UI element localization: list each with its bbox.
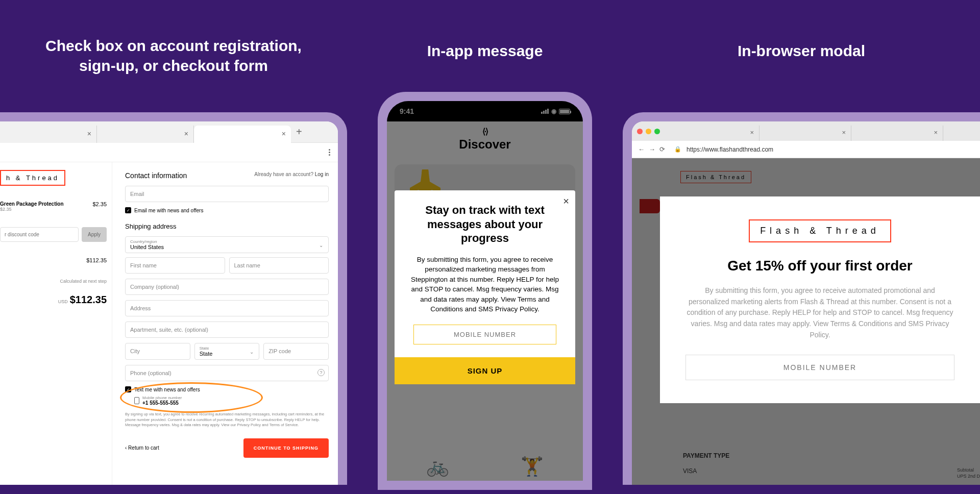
browser-tab[interactable]: × bbox=[851, 126, 943, 141]
checkbox-checked-icon: ✓ bbox=[125, 386, 131, 392]
browser-tabs: × × × + bbox=[0, 121, 338, 143]
browser-tab[interactable]: × bbox=[668, 126, 760, 141]
product-sub: $2.35 bbox=[0, 207, 64, 212]
zip-field[interactable]: ZIP code bbox=[263, 343, 329, 360]
browser-tab[interactable]: × bbox=[97, 126, 194, 143]
browser-toolbar bbox=[0, 143, 338, 162]
discount-input[interactable] bbox=[0, 227, 79, 242]
close-icon[interactable]: × bbox=[563, 195, 569, 207]
email-field[interactable]: Email bbox=[125, 186, 329, 202]
city-field[interactable]: City bbox=[125, 343, 190, 360]
text-offers-checkbox[interactable]: ✓Text me with news and offers bbox=[125, 386, 329, 392]
mobile-number-input[interactable] bbox=[685, 355, 954, 380]
apply-button[interactable]: Apply bbox=[82, 227, 107, 242]
signup-button[interactable]: SIGN UP bbox=[395, 357, 575, 384]
country-select[interactable]: Country/regionUnited States⌄ bbox=[125, 236, 329, 253]
shipping-heading: Shipping address bbox=[125, 223, 329, 230]
product-name: Green Package Protection bbox=[0, 201, 64, 207]
browser-screen: × × × ←→⟳ 🔒 https://www.flashandthread.c… bbox=[632, 121, 980, 485]
subtotal-value: $112.35 bbox=[86, 257, 107, 263]
browser-tabs: × × × bbox=[632, 121, 980, 141]
tablet-frame-3: × × × ←→⟳ 🔒 https://www.flashandthread.c… bbox=[623, 112, 980, 485]
modal-title: Stay on track with text messages about y… bbox=[407, 203, 562, 245]
close-icon[interactable]: × bbox=[750, 129, 754, 136]
login-link[interactable]: Log in bbox=[315, 171, 329, 177]
close-window-icon[interactable] bbox=[637, 129, 643, 134]
apartment-field[interactable]: Apartment, suite, etc. (optional) bbox=[125, 322, 329, 338]
close-icon[interactable]: × bbox=[282, 130, 286, 138]
order-summary: h & Thread Green Package Protection$2.35… bbox=[0, 162, 112, 485]
brand-logo: h & Thread bbox=[0, 170, 65, 186]
discount-modal: Flash & Thread Get 15% off your first or… bbox=[660, 196, 980, 403]
lock-icon: 🔒 bbox=[674, 146, 681, 153]
back-icon[interactable]: ← bbox=[638, 145, 645, 153]
address-bar: ←→⟳ 🔒 https://www.flashandthread.com bbox=[632, 141, 980, 158]
close-icon[interactable]: × bbox=[87, 130, 91, 138]
close-icon[interactable]: × bbox=[934, 129, 938, 136]
mobile-label: Mobile phone number bbox=[142, 396, 182, 400]
lastname-field[interactable]: Last name bbox=[229, 257, 329, 274]
address-field[interactable]: Address bbox=[125, 300, 329, 316]
mobile-value: +1 555-555-555 bbox=[142, 400, 179, 406]
tablet-frame-1: × × × + h & Thread Green Package Protect… bbox=[0, 112, 347, 485]
sms-optin-modal: × Stay on track with text messages about… bbox=[395, 190, 575, 384]
new-tab-icon[interactable]: + bbox=[296, 126, 302, 138]
url-text[interactable]: https://www.flashandthread.com bbox=[687, 146, 773, 153]
forward-icon[interactable]: → bbox=[649, 145, 655, 153]
email-offers-checkbox[interactable]: ✓Email me with news and offers bbox=[125, 207, 329, 213]
column2-title: In-app message bbox=[357, 41, 612, 61]
maximize-icon[interactable] bbox=[654, 129, 660, 134]
traffic-lights[interactable] bbox=[637, 129, 660, 134]
reload-icon[interactable]: ⟳ bbox=[659, 145, 665, 153]
minimize-icon[interactable] bbox=[646, 129, 651, 134]
mobile-number-input[interactable] bbox=[413, 325, 556, 344]
currency-label: USD bbox=[58, 299, 68, 304]
checkout-screen: × × × + h & Thread Green Package Protect… bbox=[0, 121, 338, 485]
state-select[interactable]: StateState⌄ bbox=[194, 343, 260, 360]
close-icon[interactable]: × bbox=[184, 130, 188, 138]
phone-field[interactable]: Phone (optional) bbox=[125, 365, 329, 381]
phone-frame: 9:41 ◉ ⟨·⟩ Discover 🚲Cycling 🏋Weights bbox=[378, 92, 592, 490]
calc-note: Calculated at next step bbox=[60, 279, 107, 284]
legal-text: By signing up via text, you agree to rec… bbox=[125, 412, 329, 428]
browser-tab[interactable]: × bbox=[0, 126, 97, 143]
total-amount: $112.35 bbox=[70, 294, 107, 305]
modal-body: By submitting this form, you agree to re… bbox=[685, 285, 954, 340]
close-icon[interactable]: × bbox=[842, 129, 846, 136]
chevron-down-icon: ⌄ bbox=[319, 242, 323, 248]
page-content: Flash & Thread PAYMENT TYPE VISA Subtota… bbox=[632, 158, 980, 485]
browser-tab[interactable]: × bbox=[760, 126, 851, 141]
modal-title: Get 15% off your first order bbox=[685, 258, 954, 274]
firstname-field[interactable]: First name bbox=[125, 257, 225, 274]
help-icon[interactable]: ? bbox=[317, 369, 325, 376]
checkout-form: Contact information Already have an acco… bbox=[112, 162, 338, 485]
return-link[interactable]: ‹ Return to cart bbox=[125, 445, 159, 451]
menu-icon[interactable] bbox=[329, 149, 330, 156]
browser-tab-active[interactable]: × bbox=[194, 126, 291, 143]
company-field[interactable]: Company (optional) bbox=[125, 279, 329, 295]
product-price: $2.35 bbox=[92, 201, 107, 212]
chevron-down-icon: ⌄ bbox=[250, 349, 254, 354]
phone-screen: 9:41 ◉ ⟨·⟩ Discover 🚲Cycling 🏋Weights bbox=[387, 101, 583, 481]
contact-heading: Contact information bbox=[125, 171, 187, 180]
continue-button[interactable]: CONTINUE TO SHIPPING bbox=[243, 438, 329, 458]
modal-body: By submitting this form, you agree to re… bbox=[407, 255, 562, 314]
checkbox-checked-icon: ✓ bbox=[125, 207, 131, 213]
phone-icon bbox=[134, 397, 139, 404]
column3-title: In-browser modal bbox=[623, 41, 980, 61]
column1-title: Check box on account registration, sign-… bbox=[31, 36, 316, 76]
modal-brand-logo: Flash & Thread bbox=[749, 219, 891, 242]
